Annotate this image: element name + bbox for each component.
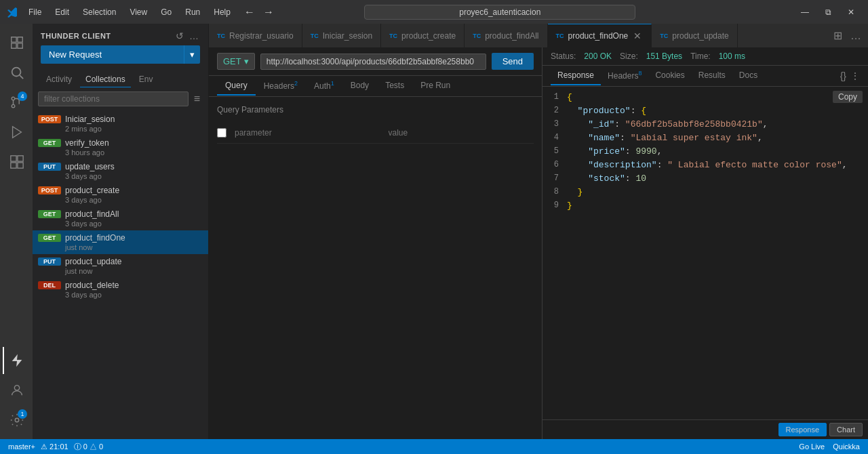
- new-request-dropdown-button[interactable]: ▾: [184, 45, 200, 64]
- list-item[interactable]: GET verify_token 3 hours ago: [33, 136, 208, 159]
- json-line-7: 7 "stock": 10: [542, 173, 868, 187]
- param-key-input[interactable]: [232, 127, 380, 139]
- response-tabs: Response Headers8 Cookies Results Docs {…: [542, 66, 868, 87]
- item-time: 2 mins ago: [38, 125, 200, 133]
- filter-icon-button[interactable]: ≡: [191, 91, 203, 106]
- menu-edit[interactable]: Edit: [50, 6, 75, 18]
- maximize-button[interactable]: ⧉: [818, 5, 838, 20]
- copy-button[interactable]: Copy: [833, 91, 863, 103]
- forward-button[interactable]: →: [260, 5, 277, 20]
- param-value-input[interactable]: [386, 127, 534, 139]
- time-value: 100 ms: [719, 51, 745, 61]
- menu-run[interactable]: Run: [180, 6, 205, 18]
- req-tab-query[interactable]: Query: [217, 77, 256, 96]
- activity-run-debug[interactable]: [3, 119, 30, 146]
- list-item[interactable]: POST product_create 3 days ago: [33, 183, 208, 207]
- item-name: update_users: [65, 162, 115, 171]
- new-request-button[interactable]: New Request: [41, 45, 184, 64]
- list-item[interactable]: GET product_findAll 3 days ago: [33, 207, 208, 230]
- menu-view[interactable]: View: [124, 6, 153, 18]
- menu-selection[interactable]: Selection: [77, 6, 121, 18]
- more-resp-options-button[interactable]: ⋮: [850, 70, 860, 81]
- activity-settings[interactable]: 1: [3, 407, 30, 434]
- json-line-6: 6 "description": " Labial efecto matte c…: [542, 160, 868, 173]
- sidebar-header-icons: ↺ …: [174, 29, 200, 43]
- resp-tab-cookies[interactable]: Cookies: [648, 66, 691, 85]
- method-badge-post: POST: [38, 115, 61, 123]
- split-editor-button[interactable]: ⊞: [831, 28, 845, 43]
- resp-tab-results[interactable]: Results: [692, 66, 732, 85]
- tab-label: product_update: [672, 31, 728, 41]
- minimize-button[interactable]: —: [795, 5, 815, 20]
- editor-tab-registrar-usuario[interactable]: TC Registrar_usuario: [209, 24, 302, 47]
- req-tab-body[interactable]: Body: [342, 77, 377, 96]
- format-json-button[interactable]: {}: [840, 70, 846, 81]
- query-title: Query Parameters: [217, 105, 534, 115]
- titlebar: File Edit Selection View Go Run Help ← →…: [0, 0, 868, 24]
- resp-tab-response[interactable]: Response: [551, 66, 601, 85]
- line-content: "_id": "66dbf2b5abbf8e258bb0421b",: [567, 119, 868, 129]
- go-live-button[interactable]: Go Live: [799, 442, 825, 451]
- line-number: 5: [542, 146, 567, 156]
- req-tab-prerun[interactable]: Pre Run: [412, 77, 458, 96]
- list-item[interactable]: DEL product_delete 3 days ago: [33, 278, 208, 302]
- line-content: {: [567, 92, 868, 102]
- line-number: 7: [542, 173, 567, 183]
- list-item[interactable]: PUT update_users 3 days ago: [33, 159, 208, 183]
- method-badge-get: GET: [38, 210, 61, 218]
- req-tab-tests[interactable]: Tests: [377, 77, 412, 96]
- send-button[interactable]: Send: [492, 53, 534, 70]
- chart-button[interactable]: Chart: [829, 423, 863, 436]
- activity-thunder-client[interactable]: [3, 347, 30, 374]
- headers-badge: 2: [294, 80, 298, 87]
- editor-tab-product-findone[interactable]: TC product_findOne ✕: [548, 24, 652, 47]
- filter-collections-input[interactable]: [38, 91, 189, 106]
- req-tab-headers[interactable]: Headers2: [256, 76, 306, 96]
- line-number: 8: [542, 187, 567, 197]
- tab-activity[interactable]: Activity: [41, 72, 77, 87]
- git-branch[interactable]: master+: [8, 442, 35, 451]
- editor-tab-product-create[interactable]: TC product_create: [381, 24, 465, 47]
- more-tabs-button[interactable]: …: [848, 28, 864, 43]
- menu-help[interactable]: Help: [208, 6, 236, 18]
- url-input[interactable]: [260, 54, 486, 70]
- editor-tab-product-findall[interactable]: TC product_findAll: [465, 24, 547, 47]
- list-item[interactable]: POST Iniciar_sesion 2 mins ago: [33, 112, 208, 136]
- activity-explorer[interactable]: [3, 29, 30, 56]
- tab-env[interactable]: Env: [134, 72, 159, 87]
- response-button[interactable]: Response: [778, 423, 827, 436]
- svg-rect-9: [18, 163, 23, 168]
- back-button[interactable]: ←: [241, 5, 258, 20]
- url-bar: GET ▾ Send: [209, 47, 542, 76]
- method-select[interactable]: GET ▾: [217, 53, 255, 70]
- activity-accounts[interactable]: [3, 377, 30, 404]
- request-panel: GET ▾ Send Query Headers2 Auth1 Body Tes…: [209, 47, 542, 439]
- svg-point-12: [15, 418, 19, 422]
- close-button[interactable]: ✕: [841, 5, 861, 20]
- param-checkbox[interactable]: [217, 128, 226, 138]
- tab-close-button[interactable]: ✕: [632, 31, 643, 41]
- activity-extensions[interactable]: [3, 148, 30, 176]
- list-item-active[interactable]: GET product_findOne just now: [33, 230, 208, 254]
- new-request-row: New Request ▾: [41, 45, 200, 64]
- search-input[interactable]: [364, 5, 635, 20]
- line-number: 4: [542, 133, 567, 142]
- activity-source-control[interactable]: 4: [3, 89, 30, 116]
- more-options-button[interactable]: …: [188, 29, 200, 43]
- resp-tab-docs[interactable]: Docs: [732, 66, 764, 85]
- tab-collections[interactable]: Collections: [80, 72, 131, 87]
- tab-tc-label: TC: [556, 33, 564, 39]
- line-content: "producto": {: [567, 106, 868, 116]
- resp-tab-headers[interactable]: Headers8: [601, 66, 648, 86]
- editor-tab-iniciar-sesion[interactable]: TC Iniciar_sesion: [302, 24, 381, 47]
- error-count[interactable]: ⚠ 21:01: [41, 442, 68, 451]
- list-item[interactable]: PUT product_update just now: [33, 254, 208, 278]
- req-tab-auth[interactable]: Auth1: [306, 76, 342, 96]
- menu-go[interactable]: Go: [155, 6, 177, 18]
- json-line-8: 8 }: [542, 187, 868, 201]
- warning-count[interactable]: Ⓘ 0 △ 0: [74, 442, 103, 452]
- menu-file[interactable]: File: [23, 6, 47, 18]
- activity-search[interactable]: [3, 59, 30, 86]
- refresh-button[interactable]: ↺: [174, 29, 185, 43]
- editor-tab-product-update[interactable]: TC product_update: [652, 24, 737, 47]
